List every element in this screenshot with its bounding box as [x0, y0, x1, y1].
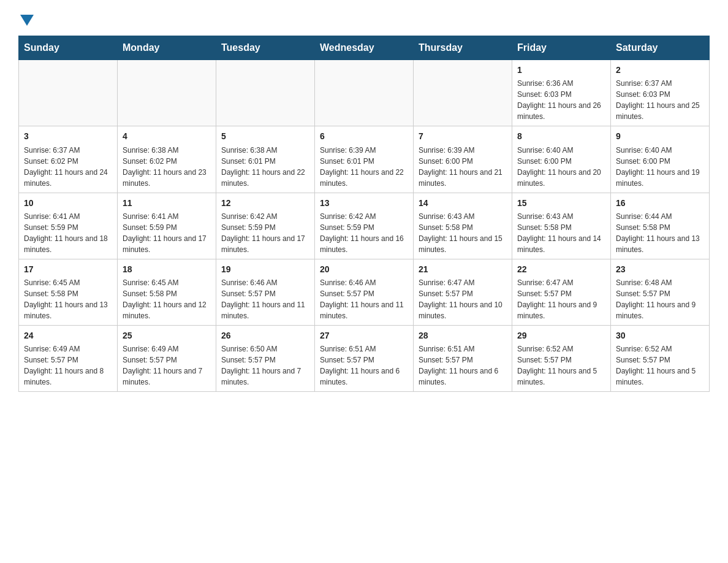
table-row: 27Sunrise: 6:51 AMSunset: 5:57 PMDayligh… — [315, 326, 414, 392]
table-row: 7Sunrise: 6:39 AMSunset: 6:00 PMDaylight… — [414, 126, 512, 193]
day-number: 16 — [616, 197, 704, 209]
day-number: 13 — [320, 197, 408, 209]
table-row: 18Sunrise: 6:45 AMSunset: 5:58 PMDayligh… — [118, 259, 216, 325]
table-row: 13Sunrise: 6:42 AMSunset: 5:59 PMDayligh… — [315, 193, 414, 259]
day-info: Sunrise: 6:39 AMSunset: 6:00 PMDaylight:… — [419, 145, 507, 189]
table-row: 24Sunrise: 6:49 AMSunset: 5:57 PMDayligh… — [19, 326, 118, 392]
day-number: 19 — [221, 263, 309, 275]
calendar-week-row: 3Sunrise: 6:37 AMSunset: 6:02 PMDaylight… — [19, 126, 710, 193]
table-row: 19Sunrise: 6:46 AMSunset: 5:57 PMDayligh… — [216, 259, 315, 325]
table-row: 23Sunrise: 6:48 AMSunset: 5:57 PMDayligh… — [611, 259, 710, 325]
day-number: 25 — [123, 329, 211, 342]
table-row: 17Sunrise: 6:45 AMSunset: 5:58 PMDayligh… — [19, 259, 118, 325]
day-info: Sunrise: 6:41 AMSunset: 5:59 PMDaylight:… — [24, 211, 112, 255]
day-number: 24 — [24, 329, 112, 342]
day-info: Sunrise: 6:40 AMSunset: 6:00 PMDaylight:… — [517, 145, 605, 189]
calendar-week-row: 10Sunrise: 6:41 AMSunset: 5:59 PMDayligh… — [19, 193, 710, 259]
header-thursday: Thursday — [414, 36, 512, 60]
table-row: 6Sunrise: 6:39 AMSunset: 6:01 PMDaylight… — [315, 126, 414, 193]
table-row — [19, 60, 118, 126]
calendar-week-row: 1Sunrise: 6:36 AMSunset: 6:03 PMDaylight… — [19, 60, 710, 126]
day-info: Sunrise: 6:41 AMSunset: 5:59 PMDaylight:… — [123, 211, 211, 255]
day-number: 27 — [320, 329, 408, 342]
table-row: 30Sunrise: 6:52 AMSunset: 5:57 PMDayligh… — [611, 326, 710, 392]
table-row: 11Sunrise: 6:41 AMSunset: 5:59 PMDayligh… — [118, 193, 216, 259]
table-row: 20Sunrise: 6:46 AMSunset: 5:57 PMDayligh… — [315, 259, 414, 325]
page-header — [18, 12, 710, 23]
day-info: Sunrise: 6:37 AMSunset: 6:02 PMDaylight:… — [24, 145, 112, 189]
day-info: Sunrise: 6:36 AMSunset: 6:03 PMDaylight:… — [517, 78, 605, 122]
day-info: Sunrise: 6:45 AMSunset: 5:58 PMDaylight:… — [123, 277, 211, 321]
day-number: 26 — [221, 329, 309, 342]
day-info: Sunrise: 6:49 AMSunset: 5:57 PMDaylight:… — [123, 343, 211, 388]
day-number: 12 — [221, 197, 309, 209]
day-number: 4 — [123, 130, 211, 142]
day-number: 23 — [616, 263, 704, 275]
day-info: Sunrise: 6:38 AMSunset: 6:01 PMDaylight:… — [221, 145, 309, 189]
calendar-table: Sunday Monday Tuesday Wednesday Thursday… — [18, 36, 710, 392]
day-info: Sunrise: 6:49 AMSunset: 5:57 PMDaylight:… — [24, 343, 112, 388]
day-info: Sunrise: 6:44 AMSunset: 5:58 PMDaylight:… — [616, 211, 704, 255]
table-row: 26Sunrise: 6:50 AMSunset: 5:57 PMDayligh… — [216, 326, 315, 392]
day-info: Sunrise: 6:51 AMSunset: 5:57 PMDaylight:… — [320, 343, 408, 388]
day-number: 5 — [221, 130, 309, 142]
day-number: 17 — [24, 263, 112, 275]
day-number: 11 — [123, 197, 211, 209]
header-tuesday: Tuesday — [216, 36, 315, 60]
day-info: Sunrise: 6:43 AMSunset: 5:58 PMDaylight:… — [419, 211, 507, 255]
table-row — [118, 60, 216, 126]
day-info: Sunrise: 6:52 AMSunset: 5:57 PMDaylight:… — [517, 343, 605, 388]
day-number: 21 — [419, 263, 507, 275]
day-number: 1 — [517, 64, 605, 76]
day-info: Sunrise: 6:47 AMSunset: 5:57 PMDaylight:… — [419, 277, 507, 321]
header-sunday: Sunday — [19, 36, 118, 60]
day-info: Sunrise: 6:47 AMSunset: 5:57 PMDaylight:… — [517, 277, 605, 321]
day-info: Sunrise: 6:46 AMSunset: 5:57 PMDaylight:… — [221, 277, 309, 321]
table-row: 14Sunrise: 6:43 AMSunset: 5:58 PMDayligh… — [414, 193, 512, 259]
day-number: 18 — [123, 263, 211, 275]
table-row: 21Sunrise: 6:47 AMSunset: 5:57 PMDayligh… — [414, 259, 512, 325]
day-info: Sunrise: 6:52 AMSunset: 5:57 PMDaylight:… — [616, 343, 704, 388]
day-info: Sunrise: 6:38 AMSunset: 6:02 PMDaylight:… — [123, 145, 211, 189]
day-number: 9 — [616, 130, 704, 142]
day-info: Sunrise: 6:43 AMSunset: 5:58 PMDaylight:… — [517, 211, 605, 255]
day-number: 3 — [24, 130, 112, 142]
table-row: 10Sunrise: 6:41 AMSunset: 5:59 PMDayligh… — [19, 193, 118, 259]
logo-arrow-icon — [20, 15, 34, 26]
table-row: 22Sunrise: 6:47 AMSunset: 5:57 PMDayligh… — [512, 259, 611, 325]
header-wednesday: Wednesday — [315, 36, 414, 60]
table-row: 28Sunrise: 6:51 AMSunset: 5:57 PMDayligh… — [414, 326, 512, 392]
table-row: 5Sunrise: 6:38 AMSunset: 6:01 PMDaylight… — [216, 126, 315, 193]
table-row: 12Sunrise: 6:42 AMSunset: 5:59 PMDayligh… — [216, 193, 315, 259]
day-number: 29 — [517, 329, 605, 342]
day-info: Sunrise: 6:45 AMSunset: 5:58 PMDaylight:… — [24, 277, 112, 321]
calendar-week-row: 24Sunrise: 6:49 AMSunset: 5:57 PMDayligh… — [19, 326, 710, 392]
calendar-week-row: 17Sunrise: 6:45 AMSunset: 5:58 PMDayligh… — [19, 259, 710, 325]
day-number: 22 — [517, 263, 605, 275]
table-row: 25Sunrise: 6:49 AMSunset: 5:57 PMDayligh… — [118, 326, 216, 392]
day-info: Sunrise: 6:40 AMSunset: 6:00 PMDaylight:… — [616, 145, 704, 189]
header-saturday: Saturday — [611, 36, 710, 60]
day-number: 6 — [320, 130, 408, 142]
table-row: 4Sunrise: 6:38 AMSunset: 6:02 PMDaylight… — [118, 126, 216, 193]
day-number: 10 — [24, 197, 112, 209]
table-row — [216, 60, 315, 126]
day-info: Sunrise: 6:50 AMSunset: 5:57 PMDaylight:… — [221, 343, 309, 388]
day-number: 15 — [517, 197, 605, 209]
day-info: Sunrise: 6:39 AMSunset: 6:01 PMDaylight:… — [320, 145, 408, 189]
table-row — [414, 60, 512, 126]
header-monday: Monday — [118, 36, 216, 60]
day-number: 8 — [517, 130, 605, 142]
table-row: 15Sunrise: 6:43 AMSunset: 5:58 PMDayligh… — [512, 193, 611, 259]
day-info: Sunrise: 6:37 AMSunset: 6:03 PMDaylight:… — [616, 78, 704, 122]
table-row: 2Sunrise: 6:37 AMSunset: 6:03 PMDaylight… — [611, 60, 710, 126]
table-row: 3Sunrise: 6:37 AMSunset: 6:02 PMDaylight… — [19, 126, 118, 193]
table-row: 8Sunrise: 6:40 AMSunset: 6:00 PMDaylight… — [512, 126, 611, 193]
day-info: Sunrise: 6:48 AMSunset: 5:57 PMDaylight:… — [616, 277, 704, 321]
day-info: Sunrise: 6:46 AMSunset: 5:57 PMDaylight:… — [320, 277, 408, 321]
table-row — [315, 60, 414, 126]
day-info: Sunrise: 6:51 AMSunset: 5:57 PMDaylight:… — [419, 343, 507, 388]
day-number: 2 — [616, 64, 704, 76]
table-row: 16Sunrise: 6:44 AMSunset: 5:58 PMDayligh… — [611, 193, 710, 259]
day-info: Sunrise: 6:42 AMSunset: 5:59 PMDaylight:… — [320, 211, 408, 255]
